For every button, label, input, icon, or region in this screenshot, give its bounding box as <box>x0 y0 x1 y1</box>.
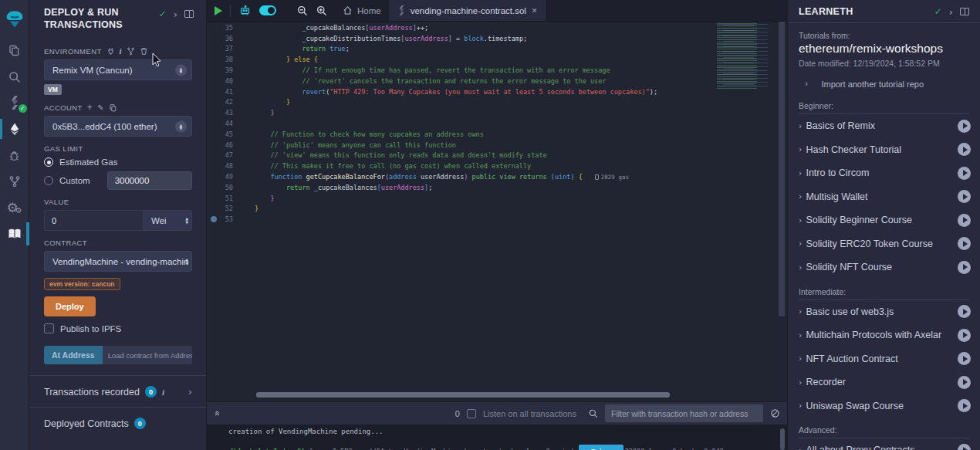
custom-gas-option[interactable]: Custom 3000000 <box>44 171 192 190</box>
zoom-out-icon[interactable] <box>296 5 308 16</box>
trash-icon[interactable] <box>140 47 148 56</box>
chevron-right-icon[interactable]: › <box>174 9 177 19</box>
play-tutorial-button[interactable] <box>958 237 971 250</box>
select-caret-icon[interactable]: ▲▼ <box>175 120 187 132</box>
value-input[interactable]: 0 <box>44 210 143 231</box>
line-number[interactable]: 35 <box>207 24 233 32</box>
code-line[interactable]: 35 _cupcakeBalances[userAddress]++; <box>207 22 787 33</box>
code-line[interactable]: 38 } else { <box>207 54 787 65</box>
environment-select[interactable]: Remix VM (Cancun) ▲▼ <box>44 59 192 80</box>
tutorial-row[interactable]: ›All about Proxy Contracts <box>788 438 980 450</box>
zoom-in-icon[interactable] <box>316 5 327 16</box>
tutorial-row[interactable]: ›Solidity ERC20 Token Course <box>788 232 980 256</box>
edit-icon[interactable]: ✎ <box>97 103 104 112</box>
line-number[interactable]: 50 <box>207 184 233 191</box>
line-number[interactable]: 40 <box>207 77 233 85</box>
clear-icon[interactable] <box>770 408 780 418</box>
play-tutorial-button[interactable] <box>958 329 971 342</box>
code-line[interactable]: 52} <box>207 204 787 215</box>
line-number[interactable]: 41 <box>207 88 233 96</box>
tab-home[interactable]: Home <box>335 0 389 21</box>
play-tutorial-button[interactable] <box>958 352 971 365</box>
line-number[interactable]: 37 <box>207 45 233 52</box>
code-line[interactable]: 40 // 'revert' cancels the transaction a… <box>207 76 787 86</box>
code-line[interactable]: 43 } <box>207 107 787 118</box>
ai-toggle[interactable] <box>259 5 276 15</box>
select-caret-icon[interactable]: ▲▼ <box>175 64 187 76</box>
play-tutorial-button[interactable] <box>958 261 971 274</box>
tutorial-row[interactable]: ›Recorder <box>788 370 980 394</box>
radio-icon[interactable] <box>44 176 53 185</box>
code-line[interactable]: 45 // Function to check how many cupcake… <box>207 129 787 140</box>
publish-ipfs-option[interactable]: Publish to IPFS <box>44 323 192 333</box>
play-tutorial-button[interactable] <box>958 190 971 203</box>
line-number[interactable]: 45 <box>207 130 233 138</box>
tutorial-row[interactable]: ›NFT Auction Contract <box>788 347 980 371</box>
panel-icon[interactable] <box>184 10 194 18</box>
tutorial-row[interactable]: ›Solidity NFT Course <box>788 255 980 279</box>
play-tutorial-button[interactable] <box>958 305 971 318</box>
chevron-right-icon[interactable]: › <box>188 387 192 397</box>
transactions-recorded-row[interactable]: Transactions recorded 0 i › <box>29 375 206 407</box>
code-line[interactable]: 44 <box>207 118 787 129</box>
tutorial-row[interactable]: ›Solidity Beginner Course <box>788 208 980 232</box>
radio-selected-icon[interactable] <box>44 157 53 167</box>
code-line[interactable]: 50 return _cupcakeBalances[userAddress]; <box>207 182 787 193</box>
tutorial-row[interactable]: ›Intro to Circom <box>788 161 980 185</box>
chevron-right-icon[interactable]: › <box>949 7 953 17</box>
at-address-button[interactable]: At Address <box>44 346 103 364</box>
listen-checkbox-icon[interactable] <box>467 409 476 418</box>
line-number[interactable]: 49 <box>207 173 233 181</box>
line-number[interactable]: 44 <box>207 120 233 127</box>
minimap[interactable] <box>712 22 776 91</box>
fork-icon[interactable] <box>127 47 135 56</box>
tutorial-row[interactable]: ›Hash Checker Tutorial <box>788 138 980 162</box>
tutorial-row[interactable]: ›Basic use of web3.js <box>788 300 980 324</box>
ai-assistant-icon[interactable] <box>238 4 252 17</box>
sidebar-item-learneth[interactable] <box>0 221 29 247</box>
panel-icon[interactable] <box>960 8 969 15</box>
value-unit-select[interactable]: Wei ▲▼ <box>143 210 192 231</box>
code-lines[interactable]: 35 _cupcakeBalances[userAddress]++;36 _c… <box>207 22 787 225</box>
play-tutorial-button[interactable] <box>958 376 971 389</box>
import-tutorial-row[interactable]: › Import another tutorial repo <box>788 68 980 93</box>
checkbox-icon[interactable] <box>44 323 54 333</box>
unit-caret-icon[interactable]: ▲▼ <box>185 217 188 225</box>
code-editor[interactable]: 35 _cupcakeBalances[userAddress]++;36 _c… <box>207 22 787 401</box>
play-tutorial-button[interactable] <box>958 143 971 156</box>
terminal-log[interactable]: creation of VendingMachine pending... [b… <box>207 425 787 450</box>
estimated-gas-option[interactable]: Estimated Gas <box>44 157 192 167</box>
tab-vending-machine-contract[interactable]: vending-machine-contract.sol × <box>389 0 547 21</box>
tutorial-row[interactable]: ›Uniswap Swap Course <box>788 394 980 418</box>
debug-button[interactable]: Debug <box>579 445 623 450</box>
plus-icon[interactable]: + <box>87 103 93 112</box>
double-chevron-down-icon[interactable]: » <box>211 411 221 417</box>
code-line[interactable]: 39 // If not enough time has passed, rev… <box>207 65 787 76</box>
terminal-scrollbar[interactable] <box>780 428 785 450</box>
filter-input[interactable]: Filter with transaction hash or address <box>605 404 763 422</box>
code-line[interactable]: 42 } <box>207 97 787 108</box>
sidebar-item-debugger[interactable] <box>0 142 29 168</box>
line-number[interactable]: 36 <box>207 35 233 42</box>
info-icon[interactable]: i <box>162 387 164 397</box>
line-number[interactable]: 42 <box>207 98 233 106</box>
line-number[interactable]: 46 <box>207 141 233 149</box>
editor-vertical-scrollbar[interactable] <box>779 22 785 316</box>
sidebar-item-file-explorer[interactable] <box>0 37 29 63</box>
line-number[interactable]: 38 <box>207 56 233 63</box>
contract-select[interactable]: VendingMachine - vending-machin ▲▼ <box>44 251 192 272</box>
sidebar-item-source-control[interactable] <box>0 168 29 195</box>
copy-icon[interactable] <box>109 103 117 112</box>
search-icon[interactable] <box>588 408 598 418</box>
info-icon[interactable]: i <box>120 46 122 56</box>
deployed-contracts-row[interactable]: Deployed Contracts 0 <box>29 407 206 438</box>
tutorial-row[interactable]: ›Multisig Wallet <box>788 185 980 209</box>
play-tutorial-button[interactable] <box>958 444 971 450</box>
account-select[interactable]: 0x5B3...eddC4 (100 ether) ▲▼ <box>44 116 192 137</box>
code-line[interactable]: 48 // This makes it free to call (no gas… <box>207 161 787 171</box>
code-line[interactable]: 47 // 'view' means this function only re… <box>207 151 787 161</box>
code-line[interactable]: 41 revert("HTTP 429: Too Many Cupcakes (… <box>207 86 787 97</box>
code-line[interactable]: 46 // 'public' means anyone can call thi… <box>207 140 787 151</box>
code-line[interactable]: 51 } <box>207 193 787 204</box>
sidebar-item-settings[interactable]: ⚙⚙ <box>0 195 29 221</box>
